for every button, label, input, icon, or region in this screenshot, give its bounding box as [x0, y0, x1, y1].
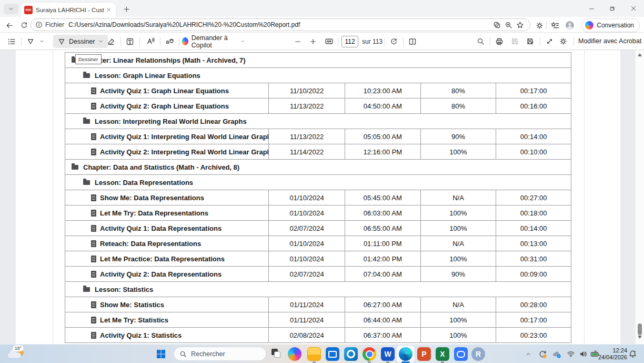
window-controls	[581, 0, 644, 17]
row-time-cell: 07:04:00 AM	[345, 267, 420, 281]
taskbar-app-store-icon[interactable]	[326, 347, 339, 361]
taskbar-app-edge-icon[interactable]	[399, 347, 412, 361]
profile-avatar[interactable]	[564, 19, 576, 31]
document-icon	[91, 133, 96, 140]
favorite-star-icon[interactable]	[514, 19, 526, 31]
row-date-cell: 01/10/2024	[268, 236, 345, 251]
taskbar-app-chrome-icon[interactable]	[363, 347, 376, 361]
task-view-button[interactable]	[270, 347, 284, 361]
pdf-table: Chapter: Linear Relationships (Math - Ar…	[65, 52, 571, 343]
info-icon[interactable]	[35, 21, 43, 28]
zoom-in-icon[interactable]	[307, 35, 319, 47]
viewer-background-left	[0, 50, 16, 344]
table-row-activity: Activity Quiz 1: Statistics02/08/202406:…	[65, 328, 571, 343]
tray-chevron-up-icon[interactable]	[523, 349, 534, 359]
copilot-mode-icon[interactable]	[491, 19, 502, 31]
page-edge-left	[53, 50, 53, 344]
pdf-content-area: Chapter: Linear Relationships (Math - Ar…	[0, 50, 644, 344]
table-row-activity: Activity Quiz 2: Interpreting Real World…	[65, 144, 571, 160]
print-icon[interactable]	[493, 35, 506, 47]
scroll-up-icon[interactable]	[638, 53, 642, 56]
taskbar-app-explorer-icon[interactable]	[307, 347, 321, 361]
weather-widget[interactable]: 18°	[4, 345, 29, 363]
draw-button[interactable]: Dessiner	[53, 35, 108, 48]
volume-icon[interactable]	[578, 349, 588, 359]
row-label: Activity Quiz 1: Graph Linear Equations	[100, 87, 229, 95]
row-score-cell: 100%	[420, 221, 496, 236]
document-icon	[91, 225, 96, 232]
scroll-down-icon[interactable]	[638, 336, 642, 339]
row-date-cell: 11/13/2022	[268, 99, 345, 113]
scrollbar-thumb[interactable]	[638, 323, 642, 335]
row-label: Activity Quiz 1: Statistics	[100, 331, 182, 339]
page-number-input[interactable]	[341, 36, 358, 47]
page-view-icon[interactable]	[406, 35, 419, 47]
taskbar-app-powerpoint-icon[interactable]: P	[417, 347, 431, 361]
search-icon[interactable]	[474, 35, 487, 47]
notification-bell-icon[interactable]: z	[627, 349, 638, 358]
conversation-button[interactable]: Conversation	[581, 18, 640, 32]
vertical-scrollbar[interactable]	[635, 50, 644, 344]
row-date-cell: 01/10/2024	[268, 251, 345, 266]
ask-copilot-button[interactable]: Demander à Copilot	[182, 35, 245, 47]
table-row-activity: Show Me: Statistics01/11/202406:27:00 AM…	[65, 297, 571, 312]
document-icon	[91, 194, 96, 201]
translate-icon[interactable]: a	[163, 35, 176, 47]
zoom-page-icon[interactable]	[502, 19, 514, 31]
browser-window: PDF Suraiya LAHRICHI - Custom Report Fic…	[0, 0, 644, 363]
row-name-cell: Let Me Try: Statistics	[65, 312, 268, 327]
draw-tooltip: Dessiner	[75, 54, 102, 64]
row-score-cell: 100%	[420, 251, 496, 266]
row-duration-cell: 00:14:00	[496, 129, 571, 144]
row-name-cell: Activity Quiz 1: Data Representations	[65, 221, 268, 236]
table-row-activity: Let Me Practice: Data Representations01/…	[65, 251, 571, 267]
new-tab-button[interactable]	[120, 4, 133, 14]
row-date-cell: 01/10/2024	[268, 205, 345, 220]
eraser-icon[interactable]	[105, 35, 117, 47]
minimize-button[interactable]	[581, 0, 602, 17]
close-button[interactable]	[623, 0, 644, 17]
zoom-out-icon[interactable]	[291, 35, 304, 47]
start-button[interactable]	[154, 347, 168, 361]
browser-tab[interactable]: PDF Suraiya LAHRICHI - Custom Report	[21, 3, 116, 17]
row-label: Activity Quiz 1: Interpreting Real World…	[100, 133, 268, 141]
row-name-cell: Let Me Practice: Data Representations	[65, 251, 268, 266]
read-aloud-icon[interactable]	[143, 35, 157, 47]
highlighter-icon[interactable]	[24, 35, 37, 47]
taskbar-clock[interactable]: 12:24 24/04/2026	[598, 347, 627, 361]
save-as-icon[interactable]	[524, 35, 536, 47]
draw-label: Dessiner	[69, 38, 95, 45]
restore-button[interactable]	[602, 0, 623, 17]
highlighter-chevron-icon[interactable]	[37, 35, 46, 47]
taskbar-app-chat-icon[interactable]	[454, 347, 468, 361]
row-label: Let Me Practice: Data Representations	[100, 255, 225, 263]
url-scheme-label: Fichier	[45, 21, 64, 28]
back-button[interactable]	[3, 19, 16, 32]
wifi-icon[interactable]	[566, 349, 576, 359]
table-of-contents-icon[interactable]	[5, 35, 18, 47]
onedrive-sync-icon[interactable]	[537, 349, 548, 359]
tab-close-icon[interactable]	[104, 6, 113, 14]
cloud-status-icon[interactable]: i	[551, 349, 562, 359]
edit-with-acrobat-button[interactable]: Modifier avec Acrobat	[578, 37, 641, 45]
taskbar-app-copilot-icon[interactable]	[288, 347, 301, 361]
favorites-list-icon[interactable]	[549, 19, 561, 31]
rotate-icon[interactable]	[387, 35, 400, 47]
row-score-cell: 80%	[420, 83, 496, 98]
taskbar-app-excel-icon[interactable]: X	[436, 347, 449, 361]
taskbar-app-outlook-icon[interactable]	[344, 347, 358, 361]
taskbar-app-remote-icon[interactable]: R	[471, 347, 485, 361]
fullscreen-icon[interactable]	[543, 35, 556, 47]
folder-icon	[83, 180, 90, 185]
taskbar-app-word-icon[interactable]: W	[381, 347, 395, 361]
tab-search-button[interactable]	[4, 4, 18, 14]
settings-gear-icon[interactable]	[557, 35, 569, 47]
fit-to-width-icon[interactable]	[322, 35, 336, 47]
browser-essentials-icon[interactable]	[534, 19, 545, 31]
document-icon	[91, 87, 96, 94]
add-text-icon[interactable]	[124, 35, 136, 47]
row-score-cell: 100%	[420, 144, 496, 159]
refresh-button[interactable]	[18, 19, 31, 32]
taskbar-search[interactable]: Rechercher	[174, 347, 266, 361]
url-field[interactable]: Fichier C:/Users/Azina/Downloads/Suraiya…	[31, 18, 530, 31]
